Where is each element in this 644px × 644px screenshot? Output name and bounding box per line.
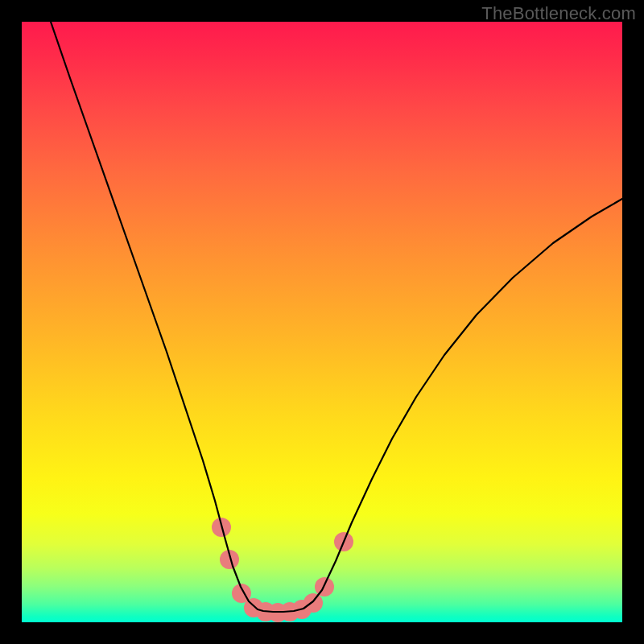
dot-right-low xyxy=(303,593,323,613)
chart-frame: TheBottleneck.com xyxy=(0,0,644,644)
plot-area xyxy=(22,22,622,622)
bottleneck-curve xyxy=(51,22,622,612)
chart-svg xyxy=(22,22,622,622)
